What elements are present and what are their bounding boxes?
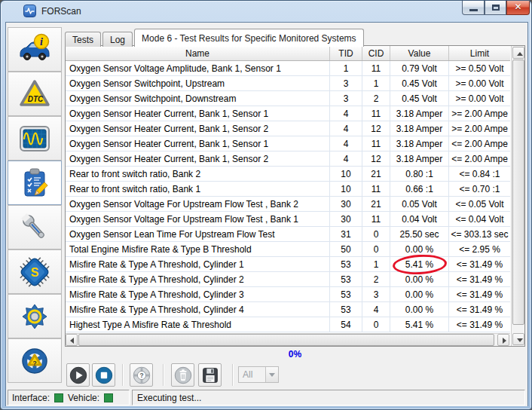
table-row[interactable]: Oxygen Sensor Lean Time For Upstream Flo… <box>66 227 510 242</box>
table-row[interactable]: Oxygen Sensor Heater Current, Bank 1, Se… <box>66 136 510 151</box>
cell-cid: 0 <box>362 242 390 257</box>
tab-log[interactable]: Log <box>102 32 133 47</box>
table-row[interactable]: Oxygen Sensor Switchpoint, Upstream310.4… <box>66 76 510 91</box>
arrow-up-icon <box>517 52 523 56</box>
sidebar-item-tests[interactable] <box>8 161 62 205</box>
toolbar-separator <box>122 364 124 386</box>
cell-limit: >= 0.00 Volt <box>449 76 510 91</box>
column-header-name[interactable]: Name <box>66 46 330 60</box>
horizontal-scrollbar[interactable] <box>66 333 510 346</box>
table-row[interactable]: Rear to front switch ratio, Bank 110110.… <box>66 182 510 197</box>
column-header-limit[interactable]: Limit <box>449 46 510 60</box>
table-row[interactable]: Total Engine Misfire Rate & Type B Thres… <box>66 242 510 257</box>
stop-test-button[interactable] <box>92 363 115 387</box>
minimize-button[interactable] <box>462 1 485 15</box>
cell-tid: 4 <box>330 136 362 151</box>
cell-cid: 2 <box>362 272 390 287</box>
horizontal-scroll-thumb[interactable] <box>78 334 494 346</box>
maximize-button[interactable] <box>485 1 506 15</box>
cell-tid: 30 <box>330 212 362 227</box>
cell-name: Highest Type A Misfire Rate & Threshold <box>66 317 330 332</box>
cell-name: Oxygen Sensor Switchpoint, Upstream <box>66 76 330 91</box>
scroll-down-button[interactable] <box>512 333 524 345</box>
test-help-button[interactable]: ? <box>130 363 153 387</box>
cell-value: 25.50 sec <box>390 227 449 242</box>
cell-name: Misfire Rate & Type A Threshold, Cylinde… <box>66 257 330 272</box>
cell-value: 0.80 :1 <box>390 167 449 182</box>
column-header-tid[interactable]: TID <box>330 46 362 60</box>
cell-limit: <= 31.49 % <box>449 272 510 287</box>
toolbar-separator <box>232 364 234 386</box>
scroll-up-button[interactable] <box>512 47 524 59</box>
dropdown-button[interactable] <box>265 367 278 382</box>
clear-results-button[interactable] <box>171 363 194 387</box>
sidebar-item-configuration[interactable]: S <box>8 249 62 294</box>
cell-name: Oxygen Sensor Heater Current, Bank 1, Se… <box>66 151 330 167</box>
table-row[interactable]: Oxygen Sensor Heater Current, Bank 1, Se… <box>66 106 510 121</box>
cell-tid: 1 <box>330 61 362 76</box>
cell-name: Oxygen Sensor Switchpoint, Downstream <box>66 91 330 106</box>
table-row[interactable]: Oxygen Sensor Switchpoint, Downstream320… <box>66 91 510 106</box>
sidebar-item-vehicle-info[interactable]: i <box>8 27 62 72</box>
cell-tid: 54 <box>330 317 362 332</box>
run-test-button[interactable] <box>66 363 90 387</box>
sidebar-item-dtc[interactable]: DTC <box>8 72 62 116</box>
cell-name: Rear to front switch ratio, Bank 2 <box>66 167 330 182</box>
cell-tid: 4 <box>330 151 362 167</box>
cell-value: 0.45 Volt <box>390 76 449 91</box>
play-icon <box>68 365 89 386</box>
table-row[interactable]: Highest Type A Misfire Rate & Threshold5… <box>66 317 510 332</box>
table-row[interactable]: Misfire Rate & Type A Threshold, Cylinde… <box>66 302 510 317</box>
table-row[interactable]: Rear to front switch ratio, Bank 210210.… <box>66 167 510 182</box>
table-row[interactable]: Oxygen Sensor Voltage For Upstream Flow … <box>66 212 510 227</box>
cell-limit: >= 0.00 Volt <box>449 91 510 106</box>
vertical-scroll-thumb[interactable] <box>512 60 524 325</box>
cell-tid: 10 <box>330 167 362 182</box>
table-row[interactable]: Misfire Rate & Type A Threshold, Cylinde… <box>66 257 510 272</box>
column-header-cid[interactable]: CID <box>362 46 390 60</box>
cell-tid: 4 <box>330 121 362 136</box>
table-row[interactable]: Misfire Rate & Type A Threshold, Cylinde… <box>66 287 510 302</box>
table-row[interactable]: Oxygen Sensor Heater Current, Bank 1, Se… <box>66 121 510 136</box>
tab-mode6[interactable]: Mode 6 - Test Results for Specific Monit… <box>134 29 364 47</box>
cell-name: Oxygen Sensor Heater Current, Bank 1, Se… <box>66 136 330 151</box>
cell-name: Oxygen Sensor Voltage For Upstream Flow … <box>66 197 330 212</box>
cell-cid: 11 <box>362 212 390 227</box>
window-title: FORScan <box>41 6 81 17</box>
table-row[interactable]: Oxygen Sensor Voltage For Upstream Flow … <box>66 197 510 212</box>
column-header-value[interactable]: Value <box>390 46 449 60</box>
cell-value: 5.41 % <box>390 317 449 332</box>
cell-limit: <= 303.13 sec <box>449 227 510 242</box>
cell-name: Total Engine Misfire Rate & Type B Thres… <box>66 242 330 257</box>
sidebar-item-help[interactable]: ? <box>8 338 62 383</box>
save-results-button[interactable] <box>198 363 222 387</box>
forscan-window: FORScan ✕ i DTC <box>0 0 532 410</box>
cell-tid: 50 <box>330 242 362 257</box>
sidebar-item-service[interactable] <box>8 205 62 249</box>
cell-name: Misfire Rate & Type A Threshold, Cylinde… <box>66 287 330 302</box>
cell-name: Oxygen Sensor Lean Time For Upstream Flo… <box>66 227 330 242</box>
cell-cid: 3 <box>362 287 390 302</box>
tab-tests[interactable]: Tests <box>65 32 101 47</box>
cell-cid: 0 <box>362 227 390 242</box>
vehicle-label: Vehicle: <box>68 393 99 403</box>
sidebar-item-oscilloscope[interactable] <box>8 116 62 161</box>
table-row[interactable]: Misfire Rate & Type A Threshold, Cylinde… <box>66 272 510 287</box>
cell-cid: 11 <box>362 61 390 76</box>
cell-value: 0.00 % <box>390 242 449 257</box>
title-bar[interactable]: FORScan ✕ <box>1 1 531 22</box>
connection-status-panel: Interface: Vehicle: <box>8 390 130 405</box>
vertical-scrollbar[interactable] <box>511 46 524 346</box>
cell-value: 0.00 % <box>390 272 449 287</box>
scroll-right-button[interactable] <box>497 334 509 346</box>
table-row[interactable]: Oxygen Sensor Voltage Amplitude, Bank 1,… <box>66 61 510 76</box>
scroll-left-button[interactable] <box>66 334 78 346</box>
sidebar-item-settings[interactable] <box>8 294 62 338</box>
filter-dropdown-value: All <box>239 369 265 380</box>
cell-limit: <= 2.00 Ampe <box>449 151 510 167</box>
filter-dropdown[interactable]: All <box>238 366 279 383</box>
close-button[interactable]: ✕ <box>506 1 530 15</box>
toolbar-separator <box>163 364 164 386</box>
table-row[interactable]: Oxygen Sensor Heater Current, Bank 1, Se… <box>66 151 510 167</box>
forscan-app-icon <box>23 5 36 17</box>
